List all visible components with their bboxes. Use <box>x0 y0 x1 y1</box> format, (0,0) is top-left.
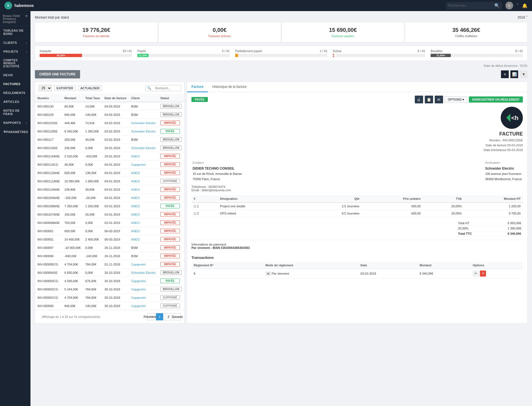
filter-button[interactable]: ▼ <box>520 70 528 78</box>
topbar-right: 🔍 D ˅ 🔔 <box>446 2 528 9</box>
sidebar-item-devis[interactable]: DEVIS <box>0 71 30 80</box>
per-page-select[interactable]: 25 <box>39 85 52 91</box>
trans-col-date: Date <box>358 262 417 269</box>
sidebar-item-rapports[interactable]: RAPPORTS › <box>0 118 30 127</box>
client-link[interactable]: ANEO <box>131 238 140 241</box>
search-input[interactable] <box>448 4 493 7</box>
table-row[interactable]: INV-000117 200,00€ 40,00€ 03-02-2019 BSM… <box>35 136 184 144</box>
client-link[interactable]: Capgemini <box>131 304 146 308</box>
search-icon[interactable]: 🔍 <box>494 3 500 8</box>
cell-client: Capgemini <box>129 293 158 302</box>
cell-date: 03-02-2019 <box>102 127 129 136</box>
table-row[interactable]: INV-000125SE 449,46€ 74,91€ 03-02-2019 S… <box>35 119 184 127</box>
cell-client: Schneider Electric <box>129 144 158 152</box>
table-row[interactable]: INV-000116SE 230,00€ 0,00€ 29-01-2019 Sc… <box>35 144 184 152</box>
bell-icon[interactable]: 🔔 <box>522 3 528 8</box>
sidebar-item-params[interactable]: ⚙ PARAMÈTRES <box>0 127 30 136</box>
table-row[interactable]: INV-000111ANE 10 080,00€ 1 680,00€ 04-01… <box>35 177 184 185</box>
invoice-totals: Total HT 6 950,00€ 20,00% 1 390,00€ Tota… <box>456 221 523 236</box>
trans-edit-button[interactable]: ✏ <box>473 270 479 277</box>
list-view-button[interactable]: ≡ <box>501 70 509 78</box>
sidebar-item-comptes[interactable]: COMPTES RENDUS D'ACTIVITÉ <box>0 56 30 71</box>
cell-num: INV-000098ANE <box>35 219 62 227</box>
tab-facture[interactable]: Facture <box>187 82 208 92</box>
client-link[interactable]: Schneider Electric <box>131 121 156 125</box>
sidebar-item-reglements[interactable]: RÈGLEMENTS <box>0 88 30 97</box>
chart-view-button[interactable]: 📊 <box>510 70 518 78</box>
client-link[interactable]: Capgemini <box>131 163 146 166</box>
enregistrer-button[interactable]: ENREGISTRER UN RÈGLEMENT <box>469 96 523 103</box>
sidebar-item-tableau[interactable]: TABLEAU DE BORD <box>0 26 30 38</box>
trans-date: 03-02-2019 <box>358 269 417 278</box>
sidebar-item-articles[interactable]: ARTICLES <box>0 97 30 106</box>
export-button[interactable]: EXPORTER <box>54 85 76 91</box>
table-row[interactable]: INV-000001 600,00€ 0,00€ 06-03-2019 ANEO… <box>35 227 184 235</box>
copy-button[interactable]: 📋 <box>425 96 433 103</box>
table-row[interactable]: INV-000095CG 4 704,00€ 784,00€ 01-11-201… <box>35 260 184 269</box>
cell-client: Capgemini <box>129 277 158 285</box>
table-search-input[interactable] <box>153 86 181 91</box>
client-link[interactable]: ANEO <box>131 229 140 233</box>
table-row[interactable]: INV-000109ANE -156,00€ -26,00€ 04-01-201… <box>35 194 184 202</box>
client-link[interactable]: ANEO <box>131 196 140 200</box>
table-row[interactable]: INV-000097 -10 000,00€ 0,00€ 26-11-2018 … <box>35 244 184 252</box>
cell-amount: 238,80€ <box>62 185 83 194</box>
table-row[interactable]: INV-000130 84,00€ 14,00€ 04-03-2019 BSM … <box>35 102 184 111</box>
table-row[interactable]: INV-000098ANE 700,00€ 0,00€ 02-01-2019 A… <box>35 219 184 227</box>
sidebar-item-projets[interactable]: PROJETS › <box>0 47 30 56</box>
trans-delete-button[interactable]: ✕ <box>480 270 486 277</box>
table-row[interactable]: INV-000110ANE 238,80€ 39,80€ 04-01-2019 … <box>35 185 184 194</box>
table-row[interactable]: INV-000108ANE 7 350,00€ 1 200,00€ 03-01-… <box>35 202 184 210</box>
invoice-line-table: # Désignation Qté Prix unitaire TVA Mont… <box>191 195 523 217</box>
client-link[interactable]: ANEO <box>131 188 140 191</box>
client-link[interactable]: Capgemini <box>131 279 146 283</box>
total-ttc-value: 8 340,00€ <box>490 231 523 236</box>
client-link[interactable]: ANEO <box>131 205 140 208</box>
table-row[interactable]: INV-000118SE 8 340,00€ 1 390,00€ 03-02-2… <box>35 127 184 136</box>
page-2-button[interactable]: 2 <box>165 313 172 320</box>
prev-page-button[interactable]: Précédente <box>147 313 154 320</box>
cell-tax: 14,00€ <box>83 102 102 111</box>
email-button[interactable]: ✉ <box>435 96 443 103</box>
client-link[interactable]: ANEO <box>131 221 140 224</box>
gear-icon[interactable]: ⚙ <box>25 14 28 17</box>
options-button[interactable]: OPTIONS ▾ <box>445 96 467 103</box>
client-link[interactable]: Capgemini <box>131 296 146 299</box>
sidebar-item-notes[interactable]: NOTES DE FRAIS <box>0 106 30 118</box>
table-row[interactable]: INV-000001 14 400,00€ 2 400,00€ 06-03-20… <box>35 235 184 244</box>
print-button[interactable]: 🖨 <box>415 96 423 103</box>
sidebar-item-clients[interactable]: CLIENTS › <box>0 38 30 47</box>
client-link[interactable]: Schneider Electric <box>131 130 156 133</box>
table-row[interactable]: INV-000114CG 40,00€ 0,00€ 04-01-2019 Cap… <box>35 160 184 169</box>
table-row[interactable]: INV-000091CG 4 704,00€ 784,00€ 30-10-201… <box>35 293 184 302</box>
chevron-down-icon[interactable]: ˅ <box>516 3 519 8</box>
table-row[interactable]: INV-000115ANE 2 520,00€ -420,00€ 29-01-2… <box>35 152 184 160</box>
client-link[interactable]: Capgemini <box>131 288 146 291</box>
table-row[interactable]: INV-000092CG 5 244,00€ 784,00€ 30-10-201… <box>35 285 184 293</box>
client-link[interactable]: Capgemini <box>131 263 146 266</box>
client-link[interactable]: ANEO <box>131 171 140 175</box>
table-row[interactable]: INV-000107ANE 156,00€ 26,00€ 03-01-2019 … <box>35 210 184 219</box>
stats-year[interactable]: 2019 ˅ <box>518 16 528 19</box>
sidebar-item-label: ARTICLES <box>3 100 19 103</box>
tab-historique[interactable]: Historique de la facture <box>208 82 251 92</box>
invoice-num: Numéro : INV-000118SE <box>484 138 523 143</box>
client-link[interactable]: ANEO <box>131 180 140 183</box>
table-row[interactable]: INV-000112ANE 828,00€ 138,00€ 04-01-2019… <box>35 169 184 177</box>
client-link[interactable]: ANEO <box>131 213 140 216</box>
table-row[interactable]: INV-000090 840,00€ 140,00€ 30-10-2018 Ca… <box>35 302 184 310</box>
create-invoice-button[interactable]: CRÉER UNE FACTURE <box>35 70 80 78</box>
sidebar-item-factures[interactable]: FACTURES <box>0 80 30 88</box>
client-link[interactable]: Schneider Electric <box>131 271 156 274</box>
table-row[interactable]: INV-000093CG 4 596,00€ 676,00€ 30-10-201… <box>35 277 184 285</box>
client-link[interactable]: Schneider Electric <box>131 146 156 150</box>
next-page-button[interactable]: Suivante <box>174 313 181 320</box>
client-link[interactable]: ANEO <box>131 155 140 158</box>
search-box[interactable]: 🔍 <box>446 2 502 9</box>
table-row[interactable]: INV-000096 -840,00€ -140,00€ 26-11-2018 … <box>35 252 184 260</box>
update-button[interactable]: ACTUALISER <box>78 85 102 91</box>
avatar[interactable]: D <box>505 2 513 9</box>
table-row[interactable]: INV-000129 840,00€ 140,00€ 04-03-2019 BS… <box>35 111 184 119</box>
table-row[interactable]: INV-000094SE 6 650,00€ 0,00€ 30-10-2018 … <box>35 269 184 277</box>
page-1-button[interactable]: 1 <box>156 313 163 320</box>
